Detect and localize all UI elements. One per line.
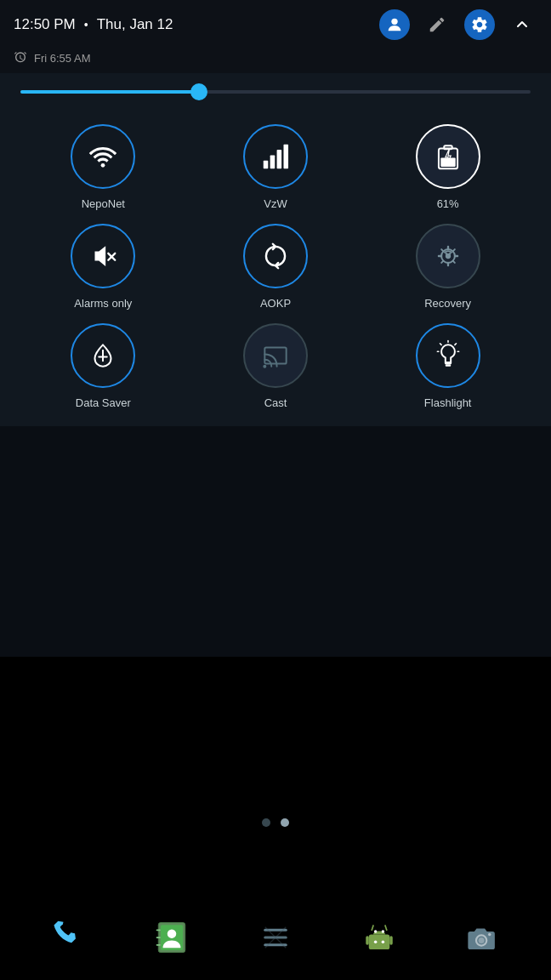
svg-rect-1 <box>264 161 269 169</box>
collapse-icon <box>512 14 532 35</box>
status-date: Thu, Jan 12 <box>97 16 173 33</box>
alarm-row: Fri 6:55 AM <box>0 48 551 73</box>
edit-icon-button[interactable] <box>422 9 452 40</box>
tile-flashlight[interactable]: Flashlight <box>365 323 531 409</box>
tile-circle-neponet <box>71 124 135 189</box>
dock-phone[interactable] <box>43 912 94 963</box>
camera-icon <box>464 920 500 955</box>
page-dot-1 <box>262 818 270 827</box>
status-time: 12:50 PM <box>14 16 76 33</box>
tile-circle-battery <box>416 124 480 189</box>
svg-point-0 <box>391 19 397 25</box>
user-icon <box>385 15 404 34</box>
svg-line-19 <box>455 344 457 345</box>
svg-rect-16 <box>445 362 452 364</box>
tile-circle-flashlight <box>416 323 480 388</box>
svg-rect-36 <box>389 936 393 945</box>
settings-icon-button[interactable] <box>464 9 495 40</box>
tile-label-vzw: VzW <box>264 197 287 210</box>
tile-cast[interactable]: Cast <box>193 323 359 409</box>
brightness-slider-track[interactable] <box>20 90 531 94</box>
svg-point-25 <box>168 929 177 938</box>
tile-circle-data-saver <box>71 323 135 388</box>
tile-label-data-saver: Data Saver <box>76 396 131 409</box>
status-bar: 12:50 PM • Thu, Jan 12 <box>0 0 551 48</box>
collapse-button[interactable] <box>507 9 537 40</box>
svg-rect-6 <box>444 145 452 149</box>
svg-rect-3 <box>277 150 282 168</box>
svg-point-37 <box>373 941 377 944</box>
tile-recovery[interactable]: Recovery <box>365 224 531 310</box>
svg-rect-17 <box>445 364 450 366</box>
tile-battery[interactable]: 61% <box>365 124 531 210</box>
aokp-icon <box>259 240 292 272</box>
recovery-icon <box>432 240 464 272</box>
tile-circle-aokp <box>243 224 308 288</box>
battery-icon <box>432 140 464 173</box>
svg-point-13 <box>449 253 451 254</box>
alarm-icon <box>14 51 27 65</box>
dock-launcher[interactable] <box>250 912 301 963</box>
tiles-section: NepoNet VzW <box>0 111 551 426</box>
tile-label-alarms-only: Alarms only <box>74 297 132 310</box>
launcher-icon <box>258 920 293 955</box>
svg-rect-4 <box>283 145 288 169</box>
page-dot-2 <box>281 818 289 827</box>
tile-data-saver[interactable]: Data Saver <box>20 323 186 409</box>
tile-neponet[interactable]: NepoNet <box>20 124 186 210</box>
svg-point-33 <box>373 930 377 933</box>
status-left: 12:50 PM • Thu, Jan 12 <box>14 16 173 33</box>
status-separator: • <box>84 18 88 31</box>
tile-label-neponet: NepoNet <box>82 197 125 210</box>
svg-point-38 <box>381 941 384 944</box>
svg-point-34 <box>381 930 384 933</box>
cast-icon <box>259 339 292 372</box>
phone-icon <box>51 920 87 955</box>
edit-icon <box>428 15 446 34</box>
tile-circle-recovery <box>416 224 480 288</box>
tiles-grid: NepoNet VzW <box>20 124 531 409</box>
svg-point-12 <box>445 253 446 254</box>
tile-label-cast: Cast <box>264 396 287 409</box>
status-icons <box>379 9 537 40</box>
tile-label-flashlight: Flashlight <box>424 396 472 409</box>
svg-line-20 <box>440 344 441 345</box>
dock-installer[interactable] <box>354 912 405 963</box>
tile-circle-alarms-only <box>71 224 135 288</box>
tile-aokp[interactable]: AOKP <box>193 224 359 310</box>
svg-rect-2 <box>270 155 276 168</box>
tile-circle-vzw <box>243 124 308 189</box>
installer-icon <box>361 920 397 955</box>
tile-vzw[interactable]: VzW <box>193 124 359 210</box>
svg-point-15 <box>263 365 266 368</box>
svg-point-40 <box>479 937 485 943</box>
dock <box>0 912 551 963</box>
tile-circle-cast <box>243 323 308 388</box>
mute-icon <box>87 240 119 272</box>
page-indicators <box>0 818 551 827</box>
alarm-time: Fri 6:55 AM <box>34 52 90 65</box>
dock-contacts[interactable] <box>146 912 197 963</box>
home-section <box>0 657 551 980</box>
dock-camera[interactable] <box>457 912 508 963</box>
tile-label-recovery: Recovery <box>424 297 471 310</box>
tile-label-aokp: AOKP <box>260 297 291 310</box>
settings-icon <box>470 15 489 34</box>
wifi-icon <box>87 140 119 173</box>
tile-alarms-only[interactable]: Alarms only <box>20 224 186 310</box>
svg-rect-35 <box>366 936 369 945</box>
contacts-icon <box>154 920 190 955</box>
signal-icon <box>259 140 292 173</box>
user-icon-button[interactable] <box>379 9 410 40</box>
flashlight-icon <box>432 339 464 372</box>
brightness-thumb[interactable] <box>190 83 207 100</box>
brightness-section <box>0 73 551 111</box>
tile-label-battery: 61% <box>437 197 459 210</box>
svg-point-41 <box>488 933 491 937</box>
svg-rect-32 <box>368 935 389 950</box>
brightness-fill <box>20 90 199 94</box>
datasaver-icon <box>87 339 119 372</box>
